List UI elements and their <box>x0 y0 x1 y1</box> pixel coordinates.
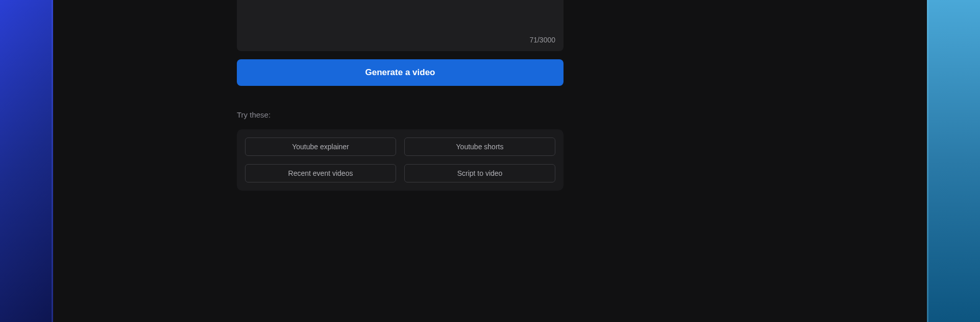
generate-video-button[interactable]: Generate a video <box>237 59 564 86</box>
suggestions-panel: Youtube explainer Youtube shorts Recent … <box>237 129 564 191</box>
right-accent-bar <box>927 0 980 322</box>
suggestions-heading: Try these: <box>237 110 564 119</box>
main-panel: 71/3000 Generate a video Try these: Yout… <box>53 0 927 322</box>
suggestion-script-to-video[interactable]: Script to video <box>404 164 555 182</box>
suggestion-label: Youtube shorts <box>456 143 504 151</box>
left-accent-bar <box>0 0 53 322</box>
suggestion-youtube-explainer[interactable]: Youtube explainer <box>245 137 396 156</box>
suggestion-recent-event-videos[interactable]: Recent event videos <box>245 164 396 182</box>
prompt-textarea[interactable]: 71/3000 <box>237 0 564 51</box>
suggestion-youtube-shorts[interactable]: Youtube shorts <box>404 137 555 156</box>
suggestion-label: Youtube explainer <box>292 143 349 151</box>
suggestion-label: Script to video <box>457 169 503 177</box>
character-counter: 71/3000 <box>529 36 555 44</box>
suggestion-label: Recent event videos <box>288 169 353 177</box>
generate-button-label: Generate a video <box>365 67 435 78</box>
